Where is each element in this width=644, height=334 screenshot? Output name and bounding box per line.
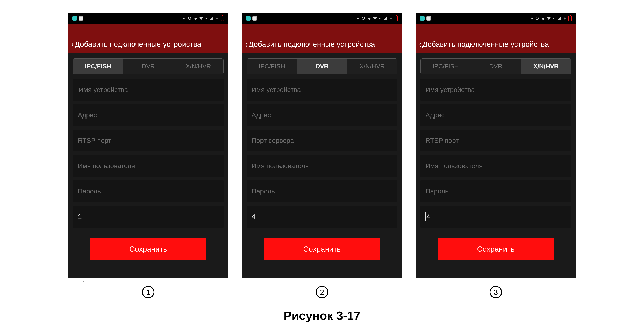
- status-app-icon: [420, 16, 424, 21]
- save-button[interactable]: Сохранить: [264, 238, 380, 260]
- dot-icon: ●: [379, 17, 380, 19]
- form-field[interactable]: Имя устройства: [247, 79, 397, 101]
- header-title: Добавить подключенные устройства: [422, 40, 549, 48]
- dot-icon: ●: [553, 17, 554, 19]
- device-type-tab[interactable]: X/N/HVR: [347, 58, 397, 74]
- form-field[interactable]: Адрес: [247, 104, 397, 126]
- device-type-tab[interactable]: IPC/FISH: [421, 58, 471, 74]
- status-app-icon: [246, 16, 251, 21]
- form-field[interactable]: 1: [73, 206, 224, 228]
- save-button[interactable]: Сохранить: [438, 238, 554, 260]
- device-type-tabs: IPC/FISH DVR X/N/HVR: [247, 58, 397, 74]
- app-header: ‹ Добавить подключенные устройства: [68, 23, 228, 52]
- status-app-icon: [79, 16, 83, 21]
- form-field[interactable]: Имя устройства: [73, 79, 224, 101]
- field-placeholder: RTSP порт: [78, 137, 111, 144]
- dot-icon: ●: [206, 17, 207, 19]
- field-placeholder: Адрес: [252, 111, 271, 119]
- field-value: 1: [78, 213, 82, 221]
- bluetooth-icon: ⌁: [530, 16, 533, 21]
- figure-caption: Рисунок 3-17: [284, 309, 360, 323]
- back-button[interactable]: ‹ Добавить подключенные устройства: [71, 40, 201, 48]
- device-type-tab[interactable]: IPC/FISH: [73, 58, 123, 74]
- app-header: ‹ Добавить подключенные устройства: [242, 23, 402, 52]
- field-placeholder: Порт сервера: [252, 137, 294, 144]
- field-value: 4: [252, 213, 256, 221]
- device-type-tab[interactable]: DVR: [297, 58, 347, 74]
- form-field[interactable]: Пароль: [420, 180, 571, 202]
- signal-icon: [557, 16, 561, 20]
- device-type-tab[interactable]: DVR: [123, 58, 173, 74]
- field-placeholder: Пароль: [426, 188, 448, 195]
- field-placeholder: Имя пользователя: [252, 162, 309, 170]
- phone-screenshot: ⌁ ⟳ ● ● + ‹ Добавить подключенные устрой…: [68, 13, 228, 278]
- wifi-icon: [547, 17, 551, 20]
- device-type-tab[interactable]: X/N/HVR: [521, 58, 571, 74]
- field-placeholder: Имя устройства: [79, 86, 128, 93]
- signal-icon: [383, 16, 387, 20]
- field-placeholder: Имя устройства: [252, 86, 301, 93]
- device-type-tabs: IPC/FISH DVR X/N/HVR: [73, 58, 224, 74]
- phone-screenshot: ⌁ ⟳ ● ● + ‹ Добавить подключенные устрой…: [416, 13, 576, 278]
- battery-low-icon: [568, 16, 572, 21]
- status-app-icon: [72, 16, 77, 21]
- plus-icon: +: [216, 15, 218, 21]
- field-placeholder: Пароль: [78, 188, 101, 195]
- sync-icon: ⟳: [188, 16, 192, 21]
- battery-low-icon: [395, 16, 398, 21]
- save-button[interactable]: Сохранить: [90, 238, 206, 260]
- form-field[interactable]: Пароль: [247, 180, 397, 202]
- chevron-left-icon: ‹: [72, 40, 74, 48]
- back-button[interactable]: ‹ Добавить подключенные устройства: [245, 40, 375, 48]
- chevron-left-icon: ‹: [419, 40, 421, 48]
- status-app-icon: [252, 16, 257, 21]
- header-title: Добавить подключенные устройства: [75, 40, 202, 48]
- battery-low-icon: [221, 16, 224, 21]
- status-bar: ⌁ ⟳ ● ● +: [416, 13, 576, 23]
- form-field[interactable]: 4: [247, 206, 397, 228]
- back-button[interactable]: ‹ Добавить подключенные устройства: [419, 40, 549, 48]
- device-type-tab[interactable]: IPC/FISH: [247, 58, 297, 74]
- field-placeholder: RTSP порт: [426, 137, 459, 144]
- device-type-tabs: IPC/FISH DVR X/N/HVR: [420, 58, 571, 74]
- field-placeholder: Имя устройства: [426, 86, 475, 93]
- field-placeholder: Имя пользователя: [426, 162, 483, 170]
- form-field[interactable]: Пароль: [73, 180, 224, 202]
- dot-icon: ●: [194, 16, 197, 21]
- sync-icon: ⟳: [362, 16, 366, 21]
- form-field[interactable]: RTSP порт: [73, 130, 224, 151]
- form-field[interactable]: Адрес: [73, 104, 224, 126]
- screenshot-number: 1: [142, 286, 154, 298]
- field-value: 4: [426, 213, 430, 221]
- wifi-icon: [199, 17, 203, 20]
- status-bar: ⌁ ⟳ ● ● +: [242, 13, 402, 23]
- phone-screenshot: ⌁ ⟳ ● ● + ‹ Добавить подключенные устрой…: [242, 13, 402, 278]
- dot-icon: ●: [542, 16, 544, 21]
- form-field[interactable]: Имя пользователя: [420, 155, 571, 177]
- device-type-tab[interactable]: X/N/HVR: [173, 58, 223, 74]
- field-placeholder: Адрес: [78, 111, 97, 119]
- sync-icon: ⟳: [536, 16, 540, 21]
- stray-period: .: [83, 276, 85, 283]
- signal-icon: [209, 16, 214, 20]
- form-field[interactable]: Имя пользователя: [73, 155, 224, 177]
- form-field[interactable]: Порт сервера: [247, 130, 397, 151]
- status-bar: ⌁ ⟳ ● ● +: [68, 13, 228, 23]
- form-field[interactable]: 4: [420, 206, 571, 228]
- form-field[interactable]: Имя пользователя: [247, 155, 397, 177]
- app-header: ‹ Добавить подключенные устройства: [416, 23, 576, 52]
- bluetooth-icon: ⌁: [356, 16, 360, 21]
- wifi-icon: [373, 17, 377, 20]
- field-placeholder: Пароль: [252, 188, 275, 195]
- bluetooth-icon: ⌁: [183, 16, 186, 21]
- chevron-left-icon: ‹: [245, 40, 247, 48]
- status-app-icon: [426, 16, 431, 21]
- plus-icon: +: [563, 15, 566, 21]
- device-type-tab[interactable]: DVR: [471, 58, 521, 74]
- dot-icon: ●: [368, 16, 371, 21]
- field-placeholder: Адрес: [426, 111, 444, 119]
- form-field[interactable]: Адрес: [420, 104, 571, 126]
- header-title: Добавить подключенные устройства: [249, 40, 375, 48]
- form-field[interactable]: RTSP порт: [420, 130, 571, 151]
- form-field[interactable]: Имя устройства: [420, 79, 571, 101]
